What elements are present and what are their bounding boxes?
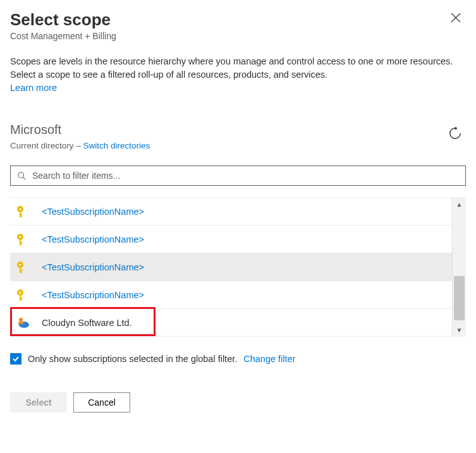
change-filter-link[interactable]: Change filter [243, 354, 295, 364]
switch-directories-link[interactable]: Switch directories [83, 141, 150, 150]
refresh-icon [448, 126, 462, 140]
scope-label: Cloudyn Software Ltd. [42, 318, 132, 328]
scroll-up-button[interactable]: ▲ [453, 197, 466, 211]
scope-row[interactable]: Cloudyn Software Ltd. [10, 309, 452, 337]
scope-row[interactable]: <TestSubscriptionName> [10, 226, 452, 253]
search-field-wrapper[interactable] [10, 166, 466, 186]
svg-line-1 [23, 178, 26, 180]
checkmark-icon [12, 355, 20, 363]
cloud-person-icon [16, 317, 29, 329]
scope-label: <TestSubscriptionName> [42, 234, 144, 245]
svg-point-0 [18, 172, 24, 178]
scope-row[interactable]: <TestSubscriptionName> [10, 281, 452, 309]
scope-label: <TestSubscriptionName> [42, 262, 144, 272]
description-text: Scopes are levels in the resource hierar… [10, 55, 466, 95]
select-button[interactable]: Select [10, 392, 67, 413]
directory-name: Microsoft [10, 123, 150, 137]
description-body: Scopes are levels in the resource hierar… [10, 56, 453, 80]
scroll-down-button[interactable]: ▼ [453, 323, 466, 337]
refresh-button[interactable] [444, 123, 466, 144]
key-icon [16, 205, 29, 218]
global-filter-label: Only show subscriptions selected in the … [28, 354, 237, 364]
learn-more-link[interactable]: Learn more [10, 83, 57, 93]
page-title: Select scope [10, 10, 116, 30]
close-button[interactable] [446, 10, 466, 27]
scope-label: <TestSubscriptionName> [42, 207, 144, 217]
key-icon [16, 261, 29, 274]
scope-list: <TestSubscriptionName><TestSubscriptionN… [10, 197, 452, 337]
key-icon [16, 289, 29, 301]
current-directory-label: Current directory – [10, 141, 81, 150]
scrollbar[interactable]: ▲ ▼ [452, 197, 466, 337]
search-icon [17, 171, 26, 180]
close-icon [451, 13, 461, 23]
global-filter-checkbox[interactable] [10, 353, 21, 365]
scope-row[interactable]: <TestSubscriptionName> [10, 253, 452, 281]
search-input[interactable] [31, 170, 459, 181]
breadcrumb: Cost Management + Billing [10, 31, 116, 41]
key-icon [16, 233, 29, 246]
scope-label: <TestSubscriptionName> [42, 290, 144, 300]
cancel-button[interactable]: Cancel [73, 392, 130, 413]
scope-row[interactable]: <TestSubscriptionName> [10, 198, 452, 226]
scroll-thumb[interactable] [454, 276, 465, 320]
